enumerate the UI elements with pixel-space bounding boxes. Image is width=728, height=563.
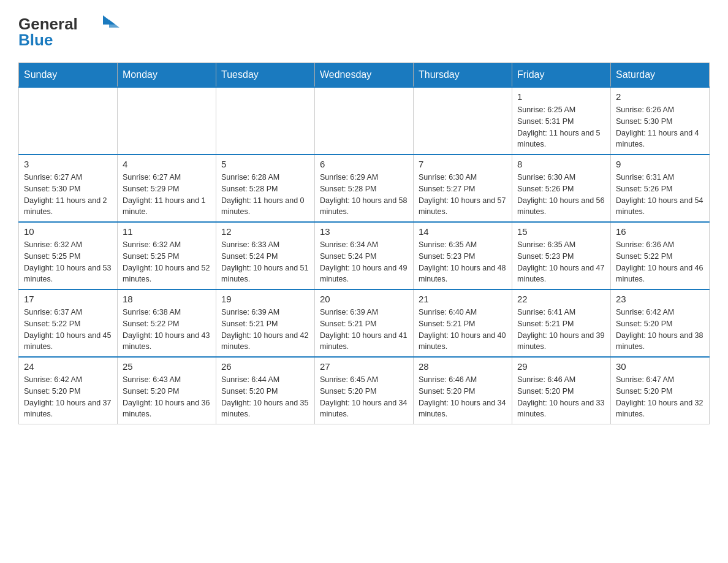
week-row-5: 24Sunrise: 6:42 AMSunset: 5:20 PMDayligh… bbox=[19, 357, 710, 424]
weekday-header-sunday: Sunday bbox=[19, 63, 118, 88]
week-row-3: 10Sunrise: 6:32 AMSunset: 5:25 PMDayligh… bbox=[19, 222, 710, 289]
day-number: 19 bbox=[221, 294, 309, 304]
day-info: Sunrise: 6:32 AMSunset: 5:25 PMDaylight:… bbox=[24, 239, 112, 285]
day-number: 22 bbox=[517, 294, 605, 304]
calendar-cell: 1Sunrise: 6:25 AMSunset: 5:31 PMDaylight… bbox=[512, 87, 611, 155]
day-number: 17 bbox=[24, 294, 112, 304]
day-number: 8 bbox=[517, 159, 605, 169]
calendar-cell: 2Sunrise: 6:26 AMSunset: 5:30 PMDaylight… bbox=[611, 87, 710, 155]
day-info: Sunrise: 6:46 AMSunset: 5:20 PMDaylight:… bbox=[517, 374, 605, 420]
calendar-cell: 7Sunrise: 6:30 AMSunset: 5:27 PMDaylight… bbox=[414, 155, 512, 222]
calendar-cell bbox=[118, 87, 216, 155]
week-row-1: 1Sunrise: 6:25 AMSunset: 5:31 PMDaylight… bbox=[19, 87, 710, 155]
calendar-cell: 6Sunrise: 6:29 AMSunset: 5:28 PMDaylight… bbox=[315, 155, 414, 222]
calendar-table: SundayMondayTuesdayWednesdayThursdayFrid… bbox=[18, 63, 710, 424]
calendar-cell bbox=[315, 87, 414, 155]
day-info: Sunrise: 6:33 AMSunset: 5:24 PMDaylight:… bbox=[221, 239, 309, 285]
day-number: 26 bbox=[221, 361, 309, 372]
day-number: 5 bbox=[221, 159, 309, 169]
day-number: 25 bbox=[123, 361, 211, 372]
day-number: 7 bbox=[419, 159, 507, 169]
calendar-cell: 25Sunrise: 6:43 AMSunset: 5:20 PMDayligh… bbox=[118, 357, 216, 424]
calendar-cell: 11Sunrise: 6:32 AMSunset: 5:25 PMDayligh… bbox=[118, 222, 216, 289]
day-number: 21 bbox=[419, 294, 507, 304]
weekday-header-monday: Monday bbox=[118, 63, 216, 88]
day-info: Sunrise: 6:43 AMSunset: 5:20 PMDaylight:… bbox=[123, 374, 211, 420]
day-number: 14 bbox=[419, 226, 507, 237]
week-row-4: 17Sunrise: 6:37 AMSunset: 5:22 PMDayligh… bbox=[19, 289, 710, 357]
week-row-2: 3Sunrise: 6:27 AMSunset: 5:30 PMDaylight… bbox=[19, 155, 710, 222]
day-number: 12 bbox=[221, 226, 309, 237]
day-info: Sunrise: 6:31 AMSunset: 5:26 PMDaylight:… bbox=[616, 172, 704, 218]
day-info: Sunrise: 6:40 AMSunset: 5:21 PMDaylight:… bbox=[419, 307, 507, 353]
calendar-cell: 19Sunrise: 6:39 AMSunset: 5:21 PMDayligh… bbox=[216, 289, 315, 357]
calendar-cell: 5Sunrise: 6:28 AMSunset: 5:28 PMDaylight… bbox=[216, 155, 315, 222]
weekday-header-wednesday: Wednesday bbox=[315, 63, 414, 88]
day-info: Sunrise: 6:42 AMSunset: 5:20 PMDaylight:… bbox=[616, 307, 704, 353]
day-number: 2 bbox=[616, 91, 704, 102]
day-number: 23 bbox=[616, 294, 704, 304]
day-number: 10 bbox=[24, 226, 112, 237]
day-info: Sunrise: 6:27 AMSunset: 5:30 PMDaylight:… bbox=[24, 172, 112, 218]
day-number: 6 bbox=[320, 159, 408, 169]
calendar-cell: 9Sunrise: 6:31 AMSunset: 5:26 PMDaylight… bbox=[611, 155, 710, 222]
calendar-cell: 21Sunrise: 6:40 AMSunset: 5:21 PMDayligh… bbox=[414, 289, 512, 357]
day-info: Sunrise: 6:39 AMSunset: 5:21 PMDaylight:… bbox=[221, 307, 309, 353]
day-info: Sunrise: 6:38 AMSunset: 5:22 PMDaylight:… bbox=[123, 307, 211, 353]
day-info: Sunrise: 6:37 AMSunset: 5:22 PMDaylight:… bbox=[24, 307, 112, 353]
day-info: Sunrise: 6:41 AMSunset: 5:21 PMDaylight:… bbox=[517, 307, 605, 353]
page-header: General Blue bbox=[18, 12, 710, 52]
calendar-cell: 30Sunrise: 6:47 AMSunset: 5:20 PMDayligh… bbox=[611, 357, 710, 424]
day-number: 18 bbox=[123, 294, 211, 304]
calendar-cell: 12Sunrise: 6:33 AMSunset: 5:24 PMDayligh… bbox=[216, 222, 315, 289]
calendar-cell: 3Sunrise: 6:27 AMSunset: 5:30 PMDaylight… bbox=[19, 155, 118, 222]
day-number: 24 bbox=[24, 361, 112, 372]
day-info: Sunrise: 6:35 AMSunset: 5:23 PMDaylight:… bbox=[517, 239, 605, 285]
day-info: Sunrise: 6:35 AMSunset: 5:23 PMDaylight:… bbox=[419, 239, 507, 285]
weekday-header-row: SundayMondayTuesdayWednesdayThursdayFrid… bbox=[19, 63, 710, 88]
day-info: Sunrise: 6:46 AMSunset: 5:20 PMDaylight:… bbox=[419, 374, 507, 420]
calendar-cell bbox=[216, 87, 315, 155]
day-number: 9 bbox=[616, 159, 704, 169]
day-info: Sunrise: 6:29 AMSunset: 5:28 PMDaylight:… bbox=[320, 172, 408, 218]
calendar-cell: 27Sunrise: 6:45 AMSunset: 5:20 PMDayligh… bbox=[315, 357, 414, 424]
day-info: Sunrise: 6:26 AMSunset: 5:30 PMDaylight:… bbox=[616, 104, 704, 150]
calendar-cell: 16Sunrise: 6:36 AMSunset: 5:22 PMDayligh… bbox=[611, 222, 710, 289]
calendar-cell: 28Sunrise: 6:46 AMSunset: 5:20 PMDayligh… bbox=[414, 357, 512, 424]
day-number: 3 bbox=[24, 159, 112, 169]
calendar-cell: 10Sunrise: 6:32 AMSunset: 5:25 PMDayligh… bbox=[19, 222, 118, 289]
day-info: Sunrise: 6:39 AMSunset: 5:21 PMDaylight:… bbox=[320, 307, 408, 353]
day-info: Sunrise: 6:47 AMSunset: 5:20 PMDaylight:… bbox=[616, 374, 704, 420]
calendar-cell: 17Sunrise: 6:37 AMSunset: 5:22 PMDayligh… bbox=[19, 289, 118, 357]
day-number: 11 bbox=[123, 226, 211, 237]
day-info: Sunrise: 6:30 AMSunset: 5:26 PMDaylight:… bbox=[517, 172, 605, 218]
day-number: 15 bbox=[517, 226, 605, 237]
day-number: 27 bbox=[320, 361, 408, 372]
day-number: 1 bbox=[517, 91, 605, 102]
calendar-cell: 13Sunrise: 6:34 AMSunset: 5:24 PMDayligh… bbox=[315, 222, 414, 289]
svg-text:Blue: Blue bbox=[18, 31, 53, 49]
weekday-header-thursday: Thursday bbox=[414, 63, 512, 88]
day-number: 29 bbox=[517, 361, 605, 372]
day-info: Sunrise: 6:25 AMSunset: 5:31 PMDaylight:… bbox=[517, 104, 605, 150]
day-info: Sunrise: 6:32 AMSunset: 5:25 PMDaylight:… bbox=[123, 239, 211, 285]
calendar-cell: 23Sunrise: 6:42 AMSunset: 5:20 PMDayligh… bbox=[611, 289, 710, 357]
day-number: 4 bbox=[123, 159, 211, 169]
day-number: 28 bbox=[419, 361, 507, 372]
calendar-cell: 24Sunrise: 6:42 AMSunset: 5:20 PMDayligh… bbox=[19, 357, 118, 424]
day-number: 20 bbox=[320, 294, 408, 304]
weekday-header-tuesday: Tuesday bbox=[216, 63, 315, 88]
calendar-cell: 29Sunrise: 6:46 AMSunset: 5:20 PMDayligh… bbox=[512, 357, 611, 424]
calendar-cell: 22Sunrise: 6:41 AMSunset: 5:21 PMDayligh… bbox=[512, 289, 611, 357]
logo: General Blue bbox=[18, 12, 123, 52]
day-info: Sunrise: 6:45 AMSunset: 5:20 PMDaylight:… bbox=[320, 374, 408, 420]
calendar-cell bbox=[414, 87, 512, 155]
calendar-cell: 8Sunrise: 6:30 AMSunset: 5:26 PMDaylight… bbox=[512, 155, 611, 222]
day-number: 16 bbox=[616, 226, 704, 237]
svg-marker-2 bbox=[109, 20, 119, 28]
day-info: Sunrise: 6:44 AMSunset: 5:20 PMDaylight:… bbox=[221, 374, 309, 420]
calendar-cell: 4Sunrise: 6:27 AMSunset: 5:29 PMDaylight… bbox=[118, 155, 216, 222]
calendar-cell: 18Sunrise: 6:38 AMSunset: 5:22 PMDayligh… bbox=[118, 289, 216, 357]
day-info: Sunrise: 6:30 AMSunset: 5:27 PMDaylight:… bbox=[419, 172, 507, 218]
calendar-cell: 26Sunrise: 6:44 AMSunset: 5:20 PMDayligh… bbox=[216, 357, 315, 424]
